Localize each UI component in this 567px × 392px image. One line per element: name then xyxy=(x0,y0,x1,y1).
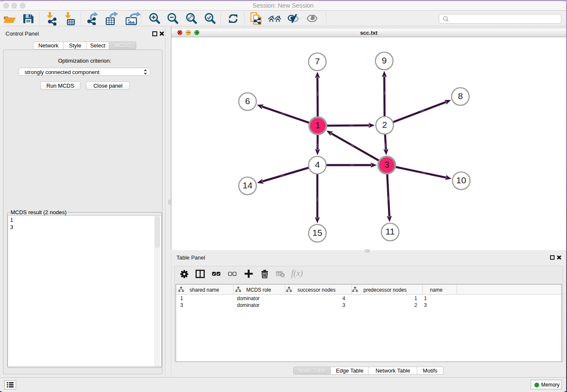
svg-text:9: 9 xyxy=(382,55,387,65)
svg-text:1: 1 xyxy=(315,120,320,130)
svg-text:6: 6 xyxy=(245,96,250,106)
svg-text:2: 2 xyxy=(382,120,387,130)
svg-text:10: 10 xyxy=(456,175,466,185)
svg-text:15: 15 xyxy=(312,228,322,237)
svg-text:3: 3 xyxy=(384,160,389,169)
svg-text:14: 14 xyxy=(242,180,253,190)
svg-text:11: 11 xyxy=(385,226,395,236)
svg-text:7: 7 xyxy=(315,56,320,66)
svg-text:4: 4 xyxy=(315,160,320,169)
svg-text:8: 8 xyxy=(458,91,463,101)
